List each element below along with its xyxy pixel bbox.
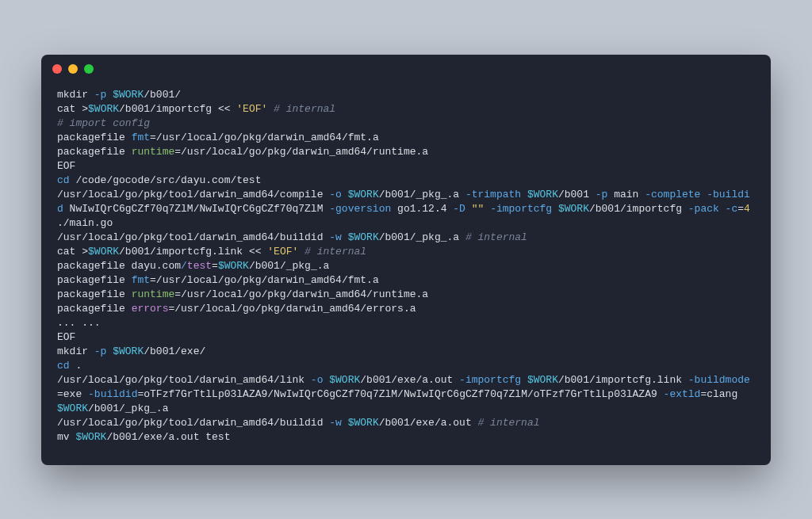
terminal-line: EOF: [57, 330, 755, 345]
token: -complete: [645, 189, 707, 200]
token: # internal: [304, 246, 366, 258]
token: -w: [329, 417, 347, 429]
token: "": [472, 203, 490, 215]
token: errors: [132, 303, 169, 315]
terminal-line: EOF: [57, 159, 755, 174]
token: /b001/importcfg: [589, 203, 688, 215]
maximize-icon[interactable]: [84, 64, 94, 74]
token: <<: [218, 103, 236, 115]
close-icon[interactable]: [52, 64, 62, 74]
terminal-line: cd .: [57, 359, 755, 373]
token: -w: [329, 231, 347, 243]
token: 'EOF': [236, 103, 267, 115]
token: # internal: [478, 417, 540, 429]
token: $WORK: [88, 246, 119, 258]
token: .: [70, 360, 82, 372]
token: mkdir: [57, 89, 94, 101]
token: runtime: [132, 288, 175, 300]
token: -pack: [688, 203, 726, 215]
token: /b001/importcfg: [119, 103, 218, 115]
token: -p: [94, 89, 113, 101]
token: $WORK: [57, 403, 88, 414]
token: main: [607, 189, 645, 200]
token: ... ...: [57, 317, 101, 329]
token: cd: [57, 174, 70, 186]
token: runtime: [132, 146, 175, 158]
token: fmt: [132, 132, 150, 143]
token: /b001/_pkg_.a: [379, 231, 465, 243]
token: mv: [57, 431, 75, 443]
token: /usr/local/go/pkg/darwin_amd64/runtime.a: [181, 288, 428, 300]
terminal-line: # import config: [57, 116, 755, 131]
token: exe: [63, 388, 88, 400]
token: cat: [57, 246, 82, 258]
token: packagefile: [57, 288, 132, 300]
terminal-line: mv $WORK/b001/exe/a.out test: [57, 430, 755, 445]
token: /usr/local/go/pkg/darwin_amd64/fmt.a: [156, 274, 379, 286]
token: -p: [596, 189, 608, 200]
token: -trimpath: [465, 189, 527, 200]
token: -p: [94, 345, 113, 357]
token: -o: [329, 189, 347, 200]
token: /usr/local/go/pkg/tool/darwin_amd64/buil…: [57, 231, 329, 243]
token: EOF: [57, 160, 75, 172]
token: -goversion: [329, 203, 397, 215]
token: $WORK: [88, 103, 119, 115]
token: =: [57, 388, 63, 400]
token: =: [150, 132, 156, 143]
terminal-line: packagefile fmt=/usr/local/go/pkg/darwin…: [57, 273, 755, 288]
token: -D: [453, 203, 471, 215]
token: /b001/_pkg_.a: [88, 403, 168, 414]
terminal-line: /usr/local/go/pkg/tool/darwin_amd64/link…: [57, 373, 755, 416]
token: $WORK: [348, 231, 379, 243]
token: [298, 246, 304, 258]
token: -buildid: [88, 388, 137, 400]
minimize-icon[interactable]: [68, 64, 78, 74]
token: -importcfg: [490, 203, 558, 215]
terminal-line: ... ...: [57, 316, 755, 330]
token: =: [174, 288, 181, 300]
token: /code/gocode/src/dayu.com/test: [70, 174, 262, 186]
token: /b001/_pkg_.a: [249, 260, 329, 272]
terminal-line: /usr/local/go/pkg/tool/darwin_amd64/buil…: [57, 416, 755, 430]
token: # internal: [274, 103, 335, 115]
token: EOF: [57, 331, 75, 343]
token: test: [205, 431, 230, 443]
token: =: [174, 146, 181, 158]
token: go1.12.4: [397, 203, 453, 215]
token: /usr/local/go/pkg/darwin_amd64/fmt.a: [156, 132, 379, 143]
token: =: [150, 274, 156, 286]
token: fmt: [132, 274, 150, 286]
token: -importcfg: [459, 374, 527, 386]
token: /: [181, 260, 187, 272]
token: /b001/exe/a.out: [106, 431, 205, 443]
token: /usr/local/go/pkg/tool/darwin_amd64/link: [57, 374, 311, 386]
token: packagefile: [57, 274, 132, 286]
token: $WORK: [348, 417, 379, 429]
terminal-line: packagefile runtime=/usr/local/go/pkg/da…: [57, 288, 755, 302]
token: cd: [57, 360, 70, 372]
terminal-line: cat >$WORK/b001/importcfg << 'EOF' # int…: [57, 102, 755, 116]
token: /b001/exe/: [144, 345, 205, 357]
token: $WORK: [558, 203, 589, 215]
token: -c: [726, 203, 738, 215]
token: -extld: [664, 388, 701, 400]
token: cat: [57, 103, 82, 115]
terminal-output: mkdir -p $WORK/b001/cat >$WORK/b001/impo…: [41, 83, 771, 465]
terminal-line: mkdir -p $WORK/b001/: [57, 88, 755, 102]
token: test: [187, 260, 212, 272]
token: -buildmode: [688, 374, 750, 386]
token: 'EOF': [267, 246, 298, 258]
token: packagefile: [57, 132, 132, 143]
token: mkdir: [57, 345, 94, 357]
token: $WORK: [218, 260, 249, 272]
token: # internal: [465, 231, 527, 243]
token: $WORK: [329, 374, 360, 386]
token: # import config: [57, 117, 150, 129]
terminal-line: packagefile errors=/usr/local/go/pkg/dar…: [57, 302, 755, 316]
token: $WORK: [527, 374, 558, 386]
token: /b001/: [144, 89, 181, 101]
token: [267, 103, 274, 115]
token: packagefile: [57, 303, 132, 315]
terminal-line: cd /code/gocode/src/dayu.com/test: [57, 174, 755, 188]
